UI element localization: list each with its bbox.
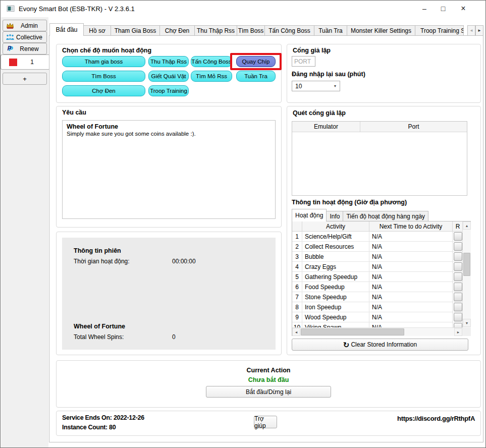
tab-tien-do[interactable]: Tiến độ hoạt động hàng ngày [343, 211, 428, 221]
port-input[interactable] [292, 56, 315, 67]
activity-tabs: Hoạt động Info Tiến độ hoạt động hàng ng… [292, 209, 428, 221]
paypal-icon: PP [6, 45, 15, 52]
tab-hoat-dong[interactable]: Hoạt động [292, 209, 327, 221]
sidebar-item-admin[interactable]: Admin [3, 20, 47, 31]
sidebar-item-renew[interactable]: PP Renew [3, 43, 47, 54]
uptime-value: 00:00:00 [172, 258, 196, 265]
run-button[interactable] [454, 272, 462, 281]
mode-button-tim-boss[interactable]: Tìm Boss [62, 71, 145, 82]
requirement-body: Simply make sure you got some coins avai… [63, 130, 275, 137]
tab-scroll-left-icon[interactable]: ◄ [467, 25, 475, 36]
scroll-down-icon[interactable]: ▼ [463, 319, 471, 327]
table-row: 4Crazy EggsN/A [292, 262, 470, 272]
mode-button-troop-training[interactable]: Troop Training [148, 85, 189, 96]
port-col-header[interactable]: Port [360, 122, 467, 132]
chevron-down-icon: ▼ [331, 81, 340, 91]
clear-button-label: Clear Stored Information [351, 341, 417, 348]
sidebar-item-label: Renew [15, 45, 44, 52]
tab-tim-boss[interactable]: Tìm Boss [237, 25, 265, 36]
mode-button-giet-quai-vat[interactable]: Giết Quái Vật [148, 71, 189, 82]
app-icon [7, 5, 15, 13]
scroll-up-icon[interactable]: ▲ [463, 221, 471, 230]
clear-stored-info-button[interactable]: ↻ Clear Stored Information [292, 339, 468, 351]
minimize-icon[interactable]: – [415, 1, 434, 17]
table-row: 1Science/Help/GiftN/A [292, 232, 470, 242]
sidebar-item-label: Collective [15, 34, 44, 41]
table-row: 8Iron SpeedupN/A [292, 302, 470, 312]
red-square-icon [9, 59, 18, 66]
tab-tan-cong-boss[interactable]: Tấn Công Boss [264, 25, 314, 36]
run-button[interactable] [454, 303, 462, 311]
tab-monster-killer[interactable]: Monster Killer Settings [347, 25, 415, 36]
run-button[interactable] [454, 252, 462, 261]
wheel-title: Wheel of Fortune [74, 323, 125, 330]
tab-tuan-tra[interactable]: Tuần Tra [314, 25, 347, 36]
spins-value: 0 [172, 333, 176, 341]
port-title: Cổng giả lập [293, 47, 331, 54]
window-title: Evony Smart Bot (ESB-TKR) - V 2.3.6.1 [19, 5, 135, 13]
relogin-label: Đăng nhập lại sau (phút) [292, 71, 365, 78]
session-title: Thông tin phiên [74, 247, 121, 254]
tab-info[interactable]: Info [326, 211, 343, 221]
emulator-table: Emulator Port [292, 121, 467, 196]
maximize-icon[interactable]: □ [434, 1, 453, 17]
run-button[interactable] [454, 242, 462, 251]
emulator-col-header[interactable]: Emulator [292, 122, 360, 132]
horizontal-scrollbar[interactable]: ◄ ► [292, 327, 462, 336]
tab-thu-thap-rss[interactable]: Thu Thập Rss [194, 25, 237, 36]
run-col-header[interactable]: R [453, 221, 463, 232]
next-time-col-header[interactable]: Next Time to do Activity [369, 221, 453, 232]
mode-button-tan-cong-boss[interactable]: Tấn Công Boss [191, 56, 232, 67]
app-window: Evony Smart Bot (ESB-TKR) - V 2.3.6.1 – … [0, 0, 486, 448]
row-number-col-header [292, 221, 302, 232]
hscroll-thumb[interactable] [301, 328, 404, 335]
highlight-annotation [230, 53, 282, 70]
crown-icon [6, 22, 15, 29]
run-button[interactable] [454, 293, 462, 301]
emulator-scan-title: Quét cổng giả lập [293, 109, 346, 117]
activity-panel: Activity Next Time to do Activity R 1Sci… [292, 221, 471, 336]
current-action-title: Current Action [56, 367, 481, 374]
tab-cho-den[interactable]: Chợ Đen [159, 25, 195, 36]
main-tab-bar: Bắt đầu Hồ sơ Tham Gia Boss Chợ Đen Thu … [49, 23, 463, 36]
sidebar-item-label: 1 [18, 59, 46, 66]
help-button[interactable]: Trợ giúp [254, 416, 277, 428]
mode-button-tuan-tra[interactable]: Tuần Tra [236, 71, 276, 82]
vscroll-thumb[interactable] [463, 253, 470, 276]
relogin-dropdown[interactable]: 10 ▼ [292, 81, 340, 91]
tab-tham-gia-boss[interactable]: Tham Gia Boss [111, 25, 160, 36]
tab-bat-dau[interactable]: Bắt đầu [49, 23, 84, 36]
run-button[interactable] [454, 313, 462, 321]
sidebar-item-collective[interactable]: Collective [3, 31, 47, 43]
requirements-title: Yêu cầu [62, 109, 86, 116]
requirement-heading: Wheel of Fortune [63, 121, 275, 130]
tab-troop-training[interactable]: Troop Training Set [415, 25, 464, 36]
relogin-value: 10 [295, 83, 302, 90]
start-stop-button[interactable]: Bắt đầu/Dừng lại [206, 386, 331, 398]
status-text: Chưa bắt đầu [56, 376, 481, 383]
mode-button-tim-mo-rss[interactable]: Tìm Mỏ Rss [191, 71, 232, 82]
title-bar: Evony Smart Bot (ESB-TKR) - V 2.3.6.1 – … [1, 1, 485, 17]
run-button[interactable] [454, 283, 462, 291]
close-icon[interactable]: × [454, 1, 473, 17]
sidebar-item-instance-1[interactable]: 1 [1, 54, 49, 70]
mode-button-cho-den[interactable]: Chợ Đen [62, 85, 145, 96]
tab-ho-so[interactable]: Hồ sơ [83, 25, 111, 36]
scroll-right-icon[interactable]: ► [454, 328, 462, 336]
table-row: 3BubbleN/A [292, 252, 470, 262]
service-ends-text: Service Ends On: 2022-12-26 [62, 414, 144, 421]
activity-col-header[interactable]: Activity [302, 221, 369, 232]
table-row: 7Stone SpeedupN/A [292, 292, 470, 302]
scroll-left-icon[interactable]: ◄ [292, 328, 300, 336]
run-button[interactable] [454, 232, 462, 241]
mode-button-tham-gia-boss[interactable]: Tham gia boss [62, 56, 145, 67]
spins-label: Total Wheel Spins: [74, 333, 124, 341]
vertical-scrollbar[interactable]: ▲ ▼ [462, 221, 471, 327]
discord-link[interactable]: https://discord.gg/rRthpfA [323, 415, 475, 422]
plus-icon: + [23, 75, 27, 83]
mode-button-thu-thap-rss[interactable]: Thu Thập Rss [148, 56, 189, 67]
add-instance-button[interactable]: + [3, 73, 47, 85]
tab-scroll-right-icon[interactable]: ► [475, 25, 483, 36]
activity-table-body: 1Science/Help/GiftN/A2Collect ResourcesN… [292, 232, 470, 332]
run-button[interactable] [454, 262, 462, 271]
